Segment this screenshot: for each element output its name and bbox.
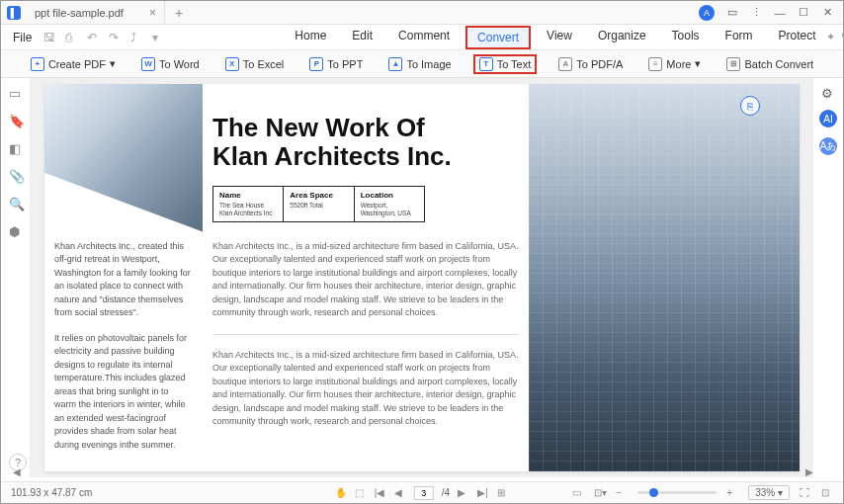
add-tab-button[interactable]: +: [165, 5, 193, 21]
file-menu[interactable]: File: [7, 31, 38, 44]
to-ppt-button[interactable]: P To PPT: [305, 55, 367, 73]
page-number-input[interactable]: [414, 486, 434, 500]
image-icon: ▲: [388, 57, 402, 71]
table-header: Area Space: [290, 191, 347, 200]
form-mode-icon[interactable]: ⊡▾: [594, 487, 606, 498]
create-pdf-button[interactable]: + Create PDF ▾: [27, 55, 120, 73]
body-paragraph: Khan Architects Inc., is a mid-sized arc…: [212, 240, 519, 320]
save-icon[interactable]: 🖫: [43, 31, 57, 44]
read-mode-icon[interactable]: ▭: [572, 487, 584, 498]
redo-icon[interactable]: ↷: [109, 31, 123, 44]
body-paragraph: Khan Architects Inc., is a mid-sized arc…: [212, 349, 519, 429]
ai-assistant-icon[interactable]: AI: [819, 110, 837, 127]
search-panel-icon[interactable]: 🔍: [9, 197, 23, 210]
more-icon: ≡: [648, 57, 662, 71]
close-window-icon[interactable]: ✕: [821, 7, 833, 19]
user-avatar[interactable]: A: [699, 5, 715, 21]
bookmark-icon[interactable]: 🔖: [9, 114, 23, 127]
first-page-icon[interactable]: |◀: [375, 487, 386, 498]
page-total: /4: [442, 487, 450, 498]
batch-convert-button[interactable]: ⊞ Batch Convert: [722, 55, 817, 73]
to-excel-button[interactable]: X To Excel: [221, 55, 289, 73]
fullscreen-icon[interactable]: ⊡: [821, 487, 833, 498]
titlebar: ▌ ppt file-sample.pdf × + A ▭ ⋮ ― ☐ ✕: [1, 1, 843, 25]
share-icon[interactable]: ⤴: [130, 31, 144, 44]
main-tabs: Home Edit Comment Convert View Organize …: [285, 26, 825, 49]
statusbar: 101.93 x 47.87 cm ✋ ⬚ |◀ ◀ /4 ▶ ▶| ⊞ ▭ ⊡…: [1, 481, 843, 503]
last-page-icon[interactable]: ▶|: [477, 487, 489, 498]
page-heading: The New Work Of Klan Architects Inc.: [212, 114, 519, 170]
right-sidebar: ⚙ AI Aあ: [813, 78, 843, 477]
zoom-in-icon[interactable]: +: [726, 487, 738, 498]
undo-icon[interactable]: ↶: [87, 31, 101, 44]
create-pdf-icon: +: [31, 57, 44, 71]
left-sidebar: ▭ 🔖 ◧ 📎 🔍 ⬢: [1, 78, 31, 477]
kebab-menu-icon[interactable]: ⋮: [750, 7, 762, 19]
document-tab[interactable]: ppt file-sample.pdf ×: [27, 1, 165, 24]
zoom-value[interactable]: 33% ▾: [748, 485, 790, 500]
qat-dropdown-icon[interactable]: ▾: [152, 31, 166, 44]
window-settings-icon[interactable]: ▭: [726, 7, 738, 19]
tab-tools[interactable]: Tools: [662, 26, 710, 49]
ribbon: + Create PDF ▾ W To Word X To Excel P To…: [1, 50, 843, 78]
select-tool-icon[interactable]: ⬚: [355, 487, 367, 498]
ppt-icon: P: [309, 57, 323, 71]
table-value: Westport, Washington, USA: [361, 202, 418, 217]
text-icon: T: [479, 57, 493, 71]
fit-width-icon[interactable]: ⛶: [800, 487, 811, 498]
table-header: Location: [361, 191, 418, 200]
page-thumbnail-icon[interactable]: ▭: [9, 86, 23, 100]
scroll-right-icon[interactable]: ▶: [805, 466, 813, 477]
scroll-left-icon[interactable]: ◀: [13, 466, 21, 477]
attachment-icon[interactable]: 📎: [9, 169, 23, 183]
page-image-left: [44, 84, 203, 232]
tab-form[interactable]: Form: [716, 26, 763, 49]
more-button[interactable]: ≡ More ▾: [644, 55, 705, 73]
divider: [212, 334, 519, 335]
tab-view[interactable]: View: [537, 26, 582, 49]
info-table: Name The Sea House Klan Architects Inc A…: [212, 186, 425, 222]
tab-organize[interactable]: Organize: [588, 26, 656, 49]
tab-edit[interactable]: Edit: [342, 26, 382, 49]
stamps-icon[interactable]: ⬢: [9, 224, 23, 238]
settings-slider-icon[interactable]: ⚙: [821, 86, 835, 100]
close-tab-icon[interactable]: ×: [149, 6, 156, 20]
prev-page-icon[interactable]: ◀: [394, 487, 406, 498]
chevron-down-icon: ▾: [110, 57, 116, 70]
table-header: Name: [219, 191, 277, 200]
page-left-paragraph: Khan Architects Inc., created this off-g…: [54, 240, 193, 320]
tab-comment[interactable]: Comment: [388, 26, 460, 49]
table-value: The Sea House Klan Architects Inc: [219, 202, 277, 217]
to-text-button[interactable]: T To Text: [473, 54, 538, 74]
word-icon: W: [141, 57, 155, 71]
hand-tool-icon[interactable]: ✋: [335, 487, 347, 498]
to-word-button[interactable]: W To Word: [137, 55, 204, 73]
floating-copy-icon[interactable]: ⎘: [740, 96, 760, 116]
pdf-page: Khan Architects Inc., created this off-g…: [44, 84, 800, 471]
tab-protect[interactable]: Protect: [769, 26, 826, 49]
zoom-slider[interactable]: [637, 491, 717, 494]
minimize-icon[interactable]: ―: [774, 7, 786, 19]
zoom-out-icon[interactable]: −: [616, 487, 628, 498]
view-mode-icon[interactable]: ⊞: [497, 487, 509, 498]
menubar: File 🖫 ⎙ ↶ ↷ ⤴ ▾ Home Edit Comment Conve…: [1, 25, 843, 50]
pdfa-icon: A: [558, 57, 572, 71]
batch-icon: ⊞: [726, 57, 740, 71]
to-pdfa-button[interactable]: A To PDF/A: [554, 55, 627, 73]
next-page-icon[interactable]: ▶: [458, 487, 469, 498]
table-value: 5520ft Total: [290, 202, 347, 210]
layers-icon[interactable]: ◧: [9, 141, 23, 155]
print-icon[interactable]: ⎙: [65, 31, 79, 44]
tab-convert[interactable]: Convert: [465, 26, 531, 49]
zoom-thumb[interactable]: [649, 488, 658, 497]
search-icon: 🔍: [841, 31, 844, 43]
app-icon: ▌: [7, 6, 21, 20]
tab-home[interactable]: Home: [285, 26, 336, 49]
translate-icon[interactable]: Aあ: [819, 137, 837, 155]
to-image-button[interactable]: ▲ To Image: [384, 55, 455, 73]
maximize-icon[interactable]: ☐: [798, 7, 809, 19]
document-canvas[interactable]: Khan Architects Inc., created this off-g…: [31, 78, 813, 477]
search-star-icon[interactable]: ✦: [826, 31, 835, 43]
page-dimensions: 101.93 x 47.87 cm: [11, 487, 92, 498]
excel-icon: X: [225, 57, 239, 71]
